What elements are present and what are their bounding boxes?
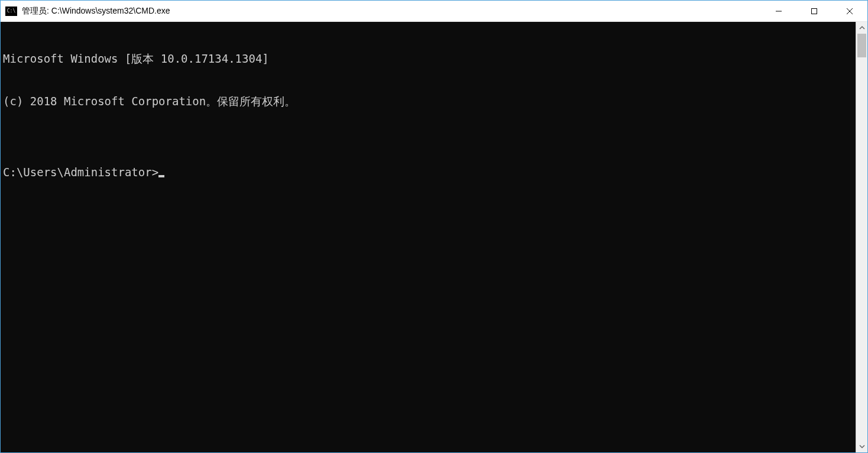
scroll-up-button[interactable] — [856, 22, 867, 34]
svg-rect-1 — [812, 8, 817, 14]
content-area: Microsoft Windows [版本 10.0.17134.1304] (… — [1, 22, 867, 452]
maximize-icon — [811, 8, 818, 15]
chevron-up-icon — [859, 25, 865, 31]
vertical-scrollbar[interactable] — [856, 22, 867, 452]
scroll-thumb[interactable] — [857, 34, 866, 57]
terminal-cursor — [158, 175, 164, 177]
terminal-prompt-line: C:\Users\Administrator> — [3, 165, 853, 179]
minimize-button[interactable] — [761, 1, 796, 21]
close-icon — [846, 8, 853, 15]
titlebar[interactable]: C:\ 管理员: C:\Windows\system32\CMD.exe — [1, 1, 867, 22]
close-button[interactable] — [832, 1, 867, 21]
cmd-window: C:\ 管理员: C:\Windows\system32\CMD.exe — [0, 0, 868, 453]
chevron-down-icon — [859, 444, 865, 449]
window-controls — [761, 1, 867, 21]
scroll-down-button[interactable] — [856, 441, 867, 452]
terminal-version-line: Microsoft Windows [版本 10.0.17134.1304] — [3, 51, 853, 66]
terminal-output[interactable]: Microsoft Windows [版本 10.0.17134.1304] (… — [1, 22, 856, 452]
maximize-button[interactable] — [796, 1, 832, 21]
minimize-icon — [775, 8, 782, 15]
cmd-icon: C:\ — [5, 7, 17, 16]
window-title: 管理员: C:\Windows\system32\CMD.exe — [22, 6, 170, 17]
titlebar-left: C:\ 管理员: C:\Windows\system32\CMD.exe — [1, 6, 170, 17]
cmd-icon-text: C:\ — [7, 9, 15, 14]
terminal-prompt: C:\Users\Administrator> — [3, 165, 158, 179]
terminal-copyright-line: (c) 2018 Microsoft Corporation。保留所有权利。 — [3, 94, 853, 108]
scroll-track[interactable] — [856, 34, 867, 441]
